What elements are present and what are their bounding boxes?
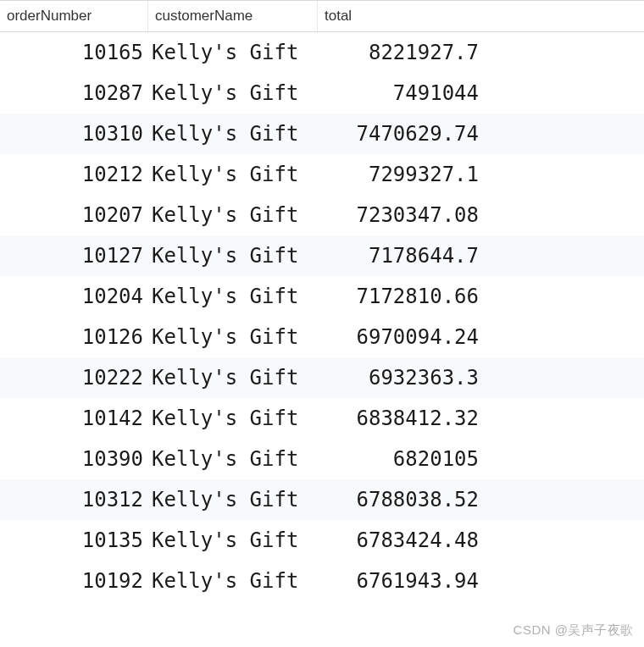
cell-ordernumber: 10287 <box>0 81 148 105</box>
table-row[interactable]: 10142Kelly's Gift6838412.32 <box>0 398 644 439</box>
results-table: orderNumber customerName total 10165Kell… <box>0 0 644 647</box>
cell-ordernumber: 10126 <box>0 325 148 349</box>
column-header-ordernumber[interactable]: orderNumber <box>0 1 148 31</box>
cell-ordernumber: 10127 <box>0 244 148 268</box>
watermark-text: CSDN @吴声子夜歌 <box>514 622 634 639</box>
table-row[interactable]: 10207Kelly's Gift7230347.08 <box>0 195 644 235</box>
cell-total: 6783424.48 <box>323 528 484 552</box>
table-row[interactable]: 10310Kelly's Gift7470629.74 <box>0 113 644 154</box>
column-header-customername[interactable]: customerName <box>148 1 318 31</box>
cell-ordernumber: 10204 <box>0 285 148 308</box>
cell-ordernumber: 10207 <box>0 203 148 227</box>
table-row[interactable]: 10126Kelly's Gift6970094.24 <box>0 317 644 357</box>
cell-customername: Kelly's Gift <box>148 163 323 186</box>
cell-total: 7491044 <box>323 81 484 105</box>
cell-ordernumber: 10222 <box>0 366 148 390</box>
cell-customername: Kelly's Gift <box>148 406 323 430</box>
cell-total: 8221927.7 <box>323 41 484 64</box>
table-row[interactable]: 10192Kelly's Gift6761943.94 <box>0 561 644 601</box>
cell-total: 7230347.08 <box>323 203 484 227</box>
column-header-total[interactable]: total <box>318 1 644 31</box>
cell-total: 7299327.1 <box>323 163 484 186</box>
cell-ordernumber: 10310 <box>0 122 148 146</box>
cell-customername: Kelly's Gift <box>148 488 323 512</box>
cell-customername: Kelly's Gift <box>148 528 323 552</box>
table-row[interactable]: 10287Kelly's Gift7491044 <box>0 73 644 113</box>
table-row[interactable]: 10135Kelly's Gift6783424.48 <box>0 520 644 561</box>
table-row[interactable]: 10312Kelly's Gift6788038.52 <box>0 479 644 520</box>
cell-ordernumber: 10142 <box>0 406 148 430</box>
cell-total: 6970094.24 <box>323 325 484 349</box>
cell-customername: Kelly's Gift <box>148 569 323 593</box>
cell-ordernumber: 10192 <box>0 569 148 593</box>
cell-customername: Kelly's Gift <box>148 325 323 349</box>
cell-total: 6788038.52 <box>323 488 484 512</box>
cell-total: 6932363.3 <box>323 366 484 390</box>
cell-customername: Kelly's Gift <box>148 81 323 105</box>
table-row[interactable]: 10204Kelly's Gift7172810.66 <box>0 276 644 317</box>
cell-customername: Kelly's Gift <box>148 122 323 146</box>
cell-total: 7172810.66 <box>323 285 484 308</box>
cell-ordernumber: 10212 <box>0 163 148 186</box>
table-header-row: orderNumber customerName total <box>0 0 644 32</box>
cell-total: 6820105 <box>323 447 484 471</box>
cell-total: 6761943.94 <box>323 569 484 593</box>
cell-customername: Kelly's Gift <box>148 285 323 308</box>
cell-customername: Kelly's Gift <box>148 447 323 471</box>
cell-total: 7470629.74 <box>323 122 484 146</box>
table-row[interactable]: 10165Kelly's Gift8221927.7 <box>0 32 644 73</box>
table-row[interactable]: 10127Kelly's Gift7178644.7 <box>0 235 644 276</box>
cell-customername: Kelly's Gift <box>148 41 323 64</box>
table-row[interactable]: 10212Kelly's Gift7299327.1 <box>0 154 644 195</box>
cell-ordernumber: 10135 <box>0 528 148 552</box>
cell-ordernumber: 10390 <box>0 447 148 471</box>
cell-total: 7178644.7 <box>323 244 484 268</box>
table-body: 10165Kelly's Gift8221927.710287Kelly's G… <box>0 32 644 601</box>
cell-total: 6838412.32 <box>323 406 484 430</box>
cell-customername: Kelly's Gift <box>148 366 323 390</box>
table-row[interactable]: 10222Kelly's Gift6932363.3 <box>0 357 644 398</box>
cell-customername: Kelly's Gift <box>148 203 323 227</box>
cell-customername: Kelly's Gift <box>148 244 323 268</box>
cell-ordernumber: 10165 <box>0 41 148 64</box>
cell-ordernumber: 10312 <box>0 488 148 512</box>
table-row[interactable]: 10390Kelly's Gift6820105 <box>0 439 644 479</box>
